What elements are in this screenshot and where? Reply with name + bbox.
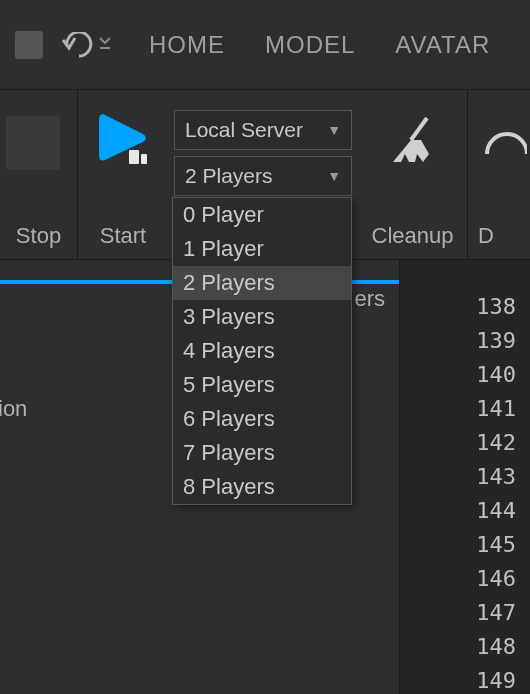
arc-icon[interactable]	[483, 110, 527, 158]
line-number: 142	[400, 426, 516, 460]
start-label: Start	[78, 223, 168, 249]
panel-label-truncated: ers	[354, 286, 385, 312]
players-option[interactable]: 8 Players	[173, 470, 351, 504]
ribbon-group-stop: Stop	[0, 90, 78, 259]
line-number: 147	[400, 596, 516, 630]
undo-dropdown-icon[interactable]	[99, 35, 111, 55]
tab-strip: HOME MODEL AVATAR	[149, 31, 490, 59]
chevron-down-icon: ▼	[327, 168, 341, 184]
broom-icon[interactable]	[387, 110, 439, 166]
svg-rect-0	[100, 47, 110, 49]
players-option[interactable]: 7 Players	[173, 436, 351, 470]
stop-button[interactable]	[6, 116, 60, 170]
players-option[interactable]: 5 Players	[173, 368, 351, 402]
undo-icon	[61, 32, 95, 58]
line-number: 144	[400, 494, 516, 528]
line-number: 145	[400, 528, 516, 562]
svg-rect-1	[129, 150, 139, 164]
line-number-gutter: 138139140141142143144145146147148149	[400, 260, 530, 694]
line-number: 140	[400, 358, 516, 392]
ribbon-group-start: Start	[78, 90, 168, 259]
line-number: 146	[400, 562, 516, 596]
play-icon[interactable]	[95, 110, 151, 166]
tab-home[interactable]: HOME	[149, 31, 225, 59]
server-combo[interactable]: Local Server ▼	[174, 110, 352, 150]
players-option[interactable]: 6 Players	[173, 402, 351, 436]
ribbon-group-cleanup: Cleanup	[358, 90, 468, 259]
line-number: 138	[400, 290, 516, 324]
players-option[interactable]: 3 Players	[173, 300, 351, 334]
top-bar: HOME MODEL AVATAR	[0, 0, 530, 90]
players-option[interactable]: 1 Player	[173, 232, 351, 266]
truncated-label: D	[478, 223, 494, 249]
ribbon-group-truncated: D	[468, 90, 530, 259]
stop-label: Stop	[0, 223, 77, 249]
server-combo-value: Local Server	[185, 118, 303, 142]
players-combo[interactable]: 2 Players ▼	[174, 156, 352, 196]
line-number: 148	[400, 630, 516, 664]
players-combo-value: 2 Players	[185, 164, 273, 188]
players-option[interactable]: 0 Player	[173, 198, 351, 232]
svg-rect-2	[141, 154, 147, 164]
players-option[interactable]: 4 Players	[173, 334, 351, 368]
cleanup-label: Cleanup	[358, 223, 467, 249]
tab-avatar[interactable]: AVATAR	[395, 31, 490, 59]
panel-text-truncated: ion	[0, 396, 27, 422]
undo-control[interactable]	[61, 32, 111, 58]
line-number: 149	[400, 664, 516, 694]
tab-model[interactable]: MODEL	[265, 31, 355, 59]
players-option[interactable]: 2 Players	[173, 266, 351, 300]
svg-line-3	[411, 118, 427, 140]
players-dropdown-menu[interactable]: 0 Player1 Player2 Players3 Players4 Play…	[172, 197, 352, 505]
line-number: 143	[400, 460, 516, 494]
line-number: 139	[400, 324, 516, 358]
square-button[interactable]	[15, 31, 43, 59]
line-number: 141	[400, 392, 516, 426]
chevron-down-icon: ▼	[327, 122, 341, 138]
